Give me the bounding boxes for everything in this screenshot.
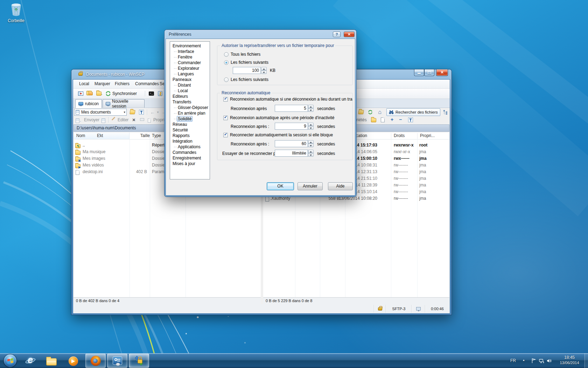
radio-following-files[interactable] [224, 60, 229, 65]
menu-fichiers[interactable]: Fichiers [113, 80, 131, 88]
network-tray-icon[interactable] [539, 359, 545, 363]
tree-item-commander[interactable]: Commander [170, 60, 210, 66]
tab-new-session[interactable]: Nouvelle session [103, 99, 145, 108]
search-files-button[interactable]: Rechercher des fichiers [386, 108, 440, 116]
retry-spinner[interactable] [308, 150, 314, 157]
transfer-settings-icon[interactable] [158, 90, 162, 97]
column-header-name[interactable]: Nom [76, 132, 85, 139]
close-button[interactable]: × [436, 69, 448, 76]
dialog-help-button[interactable]: ? [333, 32, 341, 37]
tree-item-environnement[interactable]: Environnement [170, 43, 210, 49]
menu-local[interactable]: Local [78, 80, 91, 88]
tree-item-en-arriere-plan[interactable]: En arrière plan [170, 110, 210, 116]
column-header-type[interactable]: Type [152, 132, 161, 139]
help-button[interactable]: Aide [328, 182, 353, 190]
tree-item-distant[interactable]: Distant [170, 82, 210, 88]
retry-input[interactable]: Illimitée [275, 150, 308, 157]
checkbox-reconnect-stall[interactable] [223, 133, 228, 137]
tree-item-glisser-deposer[interactable]: Glisser-Déposer [170, 105, 210, 110]
new-folder-icon[interactable]: + [371, 117, 376, 123]
volume-tray-icon[interactable] [547, 359, 552, 363]
checkbox-reconnect-idle-label[interactable]: Reconnexion automatique après une périod… [230, 115, 335, 120]
internet-explorer-icon[interactable]: e [24, 355, 36, 366]
stall-delay-spinner[interactable] [308, 140, 314, 147]
tree-item-fenetre[interactable]: Fenêtre [170, 54, 210, 60]
layout-panes-icon[interactable] [78, 90, 83, 97]
cancel-button[interactable]: Annuler [298, 182, 323, 190]
ok-button[interactable]: OK [267, 182, 294, 190]
tree-item-langues[interactable]: Langues [170, 71, 210, 77]
threshold-spinner[interactable] [261, 67, 267, 74]
stall-delay-input[interactable]: 60 [275, 140, 308, 147]
checkbox-reconnect-idle[interactable] [223, 116, 228, 120]
collapse-icon[interactable]: − [399, 117, 402, 122]
open-folder-button[interactable] [128, 109, 136, 116]
expand-icon[interactable]: + [391, 117, 393, 122]
firefox-taskbar-button[interactable] [85, 354, 106, 368]
language-indicator[interactable]: FR [510, 358, 516, 363]
maximize-button[interactable] [424, 69, 434, 76]
remote-open-folder-button[interactable] [357, 109, 365, 116]
media-player-icon[interactable]: ▶ [67, 356, 79, 366]
radio-following-files-label[interactable]: Les fichiers suivants [231, 60, 268, 65]
column-header-size[interactable]: Taille [130, 132, 150, 139]
transfer-folders-icon[interactable] [86, 90, 93, 97]
tray-overflow-icon[interactable]: ▴ [523, 358, 525, 362]
menu-commandes[interactable]: Commandes [134, 80, 160, 88]
directory-combo[interactable]: Mes documents ▾ [74, 109, 127, 116]
synchronize-button[interactable]: Synchroniser [112, 90, 137, 97]
minimize-button[interactable] [414, 69, 424, 76]
new-file-icon[interactable] [381, 117, 385, 123]
threshold-input[interactable]: 100 [233, 67, 261, 74]
tree-item-transferts[interactable]: Transferts [170, 99, 210, 105]
column-header-rights[interactable]: Droits [394, 132, 405, 139]
filter-button[interactable] [138, 109, 145, 116]
tree-item-explorateur[interactable]: Explorateur [170, 66, 210, 71]
tree-item-enregistrement[interactable]: Enregistrement [170, 155, 210, 161]
radio-all-files-label[interactable]: Tous les fichiers [231, 52, 260, 57]
start-button[interactable] [4, 354, 17, 367]
tab-session-rubicon[interactable]: rubicon [75, 99, 102, 108]
tree-item-solidite[interactable]: Solidité [170, 116, 210, 122]
console-icon[interactable]: ›_ [149, 90, 154, 97]
recycle-bin[interactable]: Corbeille [6, 2, 26, 23]
back-history-chevron[interactable]: ▾ [156, 109, 160, 116]
tree-item-commandes[interactable]: Commandes [170, 150, 210, 155]
radio-following-files-2[interactable] [224, 77, 229, 82]
connection-cell[interactable] [412, 305, 425, 313]
edit-button[interactable]: Editer [118, 117, 128, 122]
column-header-owner[interactable]: Propri... [420, 132, 435, 139]
show-desktop-button[interactable] [584, 353, 588, 368]
tree-item-integration[interactable]: Intégration [170, 138, 210, 144]
action-center-flag-icon[interactable] [531, 358, 536, 363]
rename-icon[interactable] [140, 118, 144, 121]
tree-item-local[interactable]: Local [170, 88, 210, 94]
upload-alt-icon[interactable] [102, 117, 105, 124]
open-directory-icon[interactable]: → [96, 90, 103, 97]
winscp-taskbar-button[interactable] [129, 354, 149, 368]
back-button[interactable]: ← [149, 109, 156, 116]
encryption-lock-cell[interactable] [374, 305, 386, 313]
clock[interactable]: 18:45 13/06/2014 [557, 355, 582, 366]
checkbox-reconnect-transfer-label[interactable]: Reconnexion automatique si une déconnexi… [230, 97, 352, 102]
idle-delay-input[interactable]: 9 [275, 123, 308, 130]
radio-following-files-2-label[interactable]: Les fichiers suivants [231, 77, 268, 82]
tree-item-panneaux[interactable]: Panneaux [170, 77, 210, 82]
transfer-delay-input[interactable]: 5 [275, 105, 308, 112]
home-button[interactable]: ⌂ [376, 109, 384, 116]
tree-item-applications[interactable]: Applications [170, 144, 210, 150]
tree-item-securite[interactable]: Sécurité [170, 127, 210, 133]
checkbox-reconnect-stall-label[interactable]: Reconnecter automatiquement la session s… [230, 132, 333, 137]
synchronize-icon[interactable] [105, 90, 111, 97]
remote-filter-icon[interactable] [408, 117, 413, 123]
idle-delay-spinner[interactable] [308, 123, 314, 130]
delete-icon[interactable]: × [132, 117, 135, 123]
upload-button[interactable]: Envoyer [84, 117, 99, 122]
tree-item-interface[interactable]: Interface [170, 49, 210, 54]
radio-all-files[interactable] [224, 52, 229, 57]
settings-app-taskbar-button[interactable] [107, 354, 127, 368]
tree-item-rapports[interactable]: Rapports [170, 133, 210, 138]
directory-tree-button[interactable] [442, 109, 449, 116]
tree-item-reseau[interactable]: Réseau [170, 122, 210, 127]
tree-item-editeurs[interactable]: Editeurs [170, 94, 210, 99]
